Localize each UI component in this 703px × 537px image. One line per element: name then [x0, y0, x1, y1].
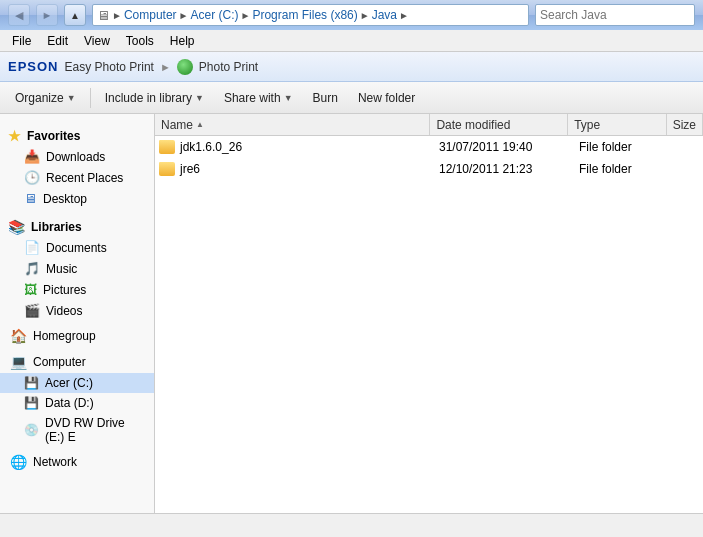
- burn-label: Burn: [313, 91, 338, 105]
- folder-icon-0: [159, 140, 175, 154]
- sidebar-item-music[interactable]: 🎵 Music: [0, 258, 154, 279]
- file-name-label-0: jdk1.6.0_26: [180, 140, 242, 154]
- col-header-size[interactable]: Size: [667, 114, 703, 135]
- sidebar-item-pictures[interactable]: 🖼 Pictures: [0, 279, 154, 300]
- epson-app1-label: Easy Photo Print: [65, 60, 154, 74]
- col-header-type[interactable]: Type: [568, 114, 666, 135]
- favorites-header: ★ Favorites: [0, 122, 154, 146]
- col-header-name[interactable]: Name ▲: [155, 114, 430, 135]
- include-in-library-label: Include in library: [105, 91, 192, 105]
- sidebar-item-desktop[interactable]: 🖥 Desktop: [0, 188, 154, 209]
- organize-button[interactable]: Organize ▼: [6, 86, 85, 110]
- sidebar-item-downloads[interactable]: 📥 Downloads: [0, 146, 154, 167]
- main-layout: ★ Favorites 📥 Downloads 🕒 Recent Places …: [0, 114, 703, 513]
- table-row[interactable]: jdk1.6.0_26 31/07/2011 19:40 File folder: [155, 136, 703, 158]
- col-date-label: Date modified: [436, 118, 510, 132]
- computer-icon: 💻: [10, 354, 27, 370]
- music-label: Music: [46, 262, 77, 276]
- sidebar-item-recent-places[interactable]: 🕒 Recent Places: [0, 167, 154, 188]
- sidebar-item-data-d[interactable]: 💾 Data (D:): [0, 393, 154, 413]
- pictures-label: Pictures: [43, 283, 86, 297]
- organize-chevron: ▼: [67, 93, 76, 103]
- address-bar[interactable]: 🖥 ► Computer ► Acer (C:) ► Program Files…: [92, 4, 529, 26]
- file-name-0: jdk1.6.0_26: [159, 140, 439, 154]
- address-sep-2: ►: [179, 10, 189, 21]
- favorites-section: ★ Favorites 📥 Downloads 🕒 Recent Places …: [0, 122, 154, 209]
- acer-c-icon: 💾: [24, 376, 39, 390]
- sidebar-item-videos[interactable]: 🎬 Videos: [0, 300, 154, 321]
- share-with-label: Share with: [224, 91, 281, 105]
- file-date-0: 31/07/2011 19:40: [439, 140, 579, 154]
- downloads-icon: 📥: [24, 149, 40, 164]
- epson-app2-label: Photo Print: [199, 60, 258, 74]
- include-chevron: ▼: [195, 93, 204, 103]
- dvd-e-label: DVD RW Drive (E:) E: [45, 416, 146, 444]
- sidebar: ★ Favorites 📥 Downloads 🕒 Recent Places …: [0, 114, 155, 513]
- pictures-icon: 🖼: [24, 282, 37, 297]
- burn-button[interactable]: Burn: [304, 86, 347, 110]
- table-row[interactable]: jre6 12/10/2011 21:23 File folder: [155, 158, 703, 180]
- sidebar-item-network[interactable]: 🌐 Network: [0, 451, 154, 473]
- sort-arrow: ▲: [196, 120, 204, 129]
- col-size-label: Size: [673, 118, 696, 132]
- file-name-1: jre6: [159, 162, 439, 176]
- sidebar-item-homegroup[interactable]: 🏠 Homegroup: [0, 325, 154, 347]
- new-folder-button[interactable]: New folder: [349, 86, 424, 110]
- sidebar-item-acer-c[interactable]: 💾 Acer (C:): [0, 373, 154, 393]
- search-input[interactable]: [535, 4, 695, 26]
- epson-separator: ►: [160, 61, 171, 73]
- sidebar-item-dvd-e[interactable]: 💿 DVD RW Drive (E:) E: [0, 413, 154, 447]
- col-header-date[interactable]: Date modified: [430, 114, 568, 135]
- data-d-label: Data (D:): [45, 396, 94, 410]
- videos-label: Videos: [46, 304, 82, 318]
- address-program-files[interactable]: Program Files (x86): [252, 8, 357, 22]
- videos-icon: 🎬: [24, 303, 40, 318]
- documents-label: Documents: [46, 241, 107, 255]
- address-sep-3: ►: [241, 10, 251, 21]
- organize-label: Organize: [15, 91, 64, 105]
- network-icon: 🌐: [10, 454, 27, 470]
- data-d-icon: 💾: [24, 396, 39, 410]
- libraries-header: 📚 Libraries: [0, 213, 154, 237]
- menu-bar: File Edit View Tools Help: [0, 30, 703, 52]
- back-button[interactable]: ◀: [8, 4, 30, 26]
- epson-app2[interactable]: Photo Print: [199, 60, 258, 74]
- music-icon: 🎵: [24, 261, 40, 276]
- include-in-library-button[interactable]: Include in library ▼: [96, 86, 213, 110]
- col-name-label: Name: [161, 118, 193, 132]
- file-type-0: File folder: [579, 140, 679, 154]
- epson-bar: EPSON Easy Photo Print ► Photo Print: [0, 52, 703, 82]
- epson-logo: EPSON: [8, 59, 59, 74]
- homegroup-section: 🏠 Homegroup: [0, 325, 154, 347]
- address-sep-5: ►: [399, 10, 409, 21]
- homegroup-label: Homegroup: [33, 329, 96, 343]
- address-java[interactable]: Java: [372, 8, 397, 22]
- up-button[interactable]: ▲: [64, 4, 86, 26]
- status-bar: [0, 513, 703, 537]
- libraries-section: 📚 Libraries 📄 Documents 🎵 Music 🖼 Pictur…: [0, 213, 154, 321]
- address-drive[interactable]: Acer (C:): [191, 8, 239, 22]
- sidebar-item-computer[interactable]: 💻 Computer: [0, 351, 154, 373]
- computer-label: Computer: [33, 355, 86, 369]
- share-chevron: ▼: [284, 93, 293, 103]
- acer-c-label: Acer (C:): [45, 376, 93, 390]
- favorites-label: Favorites: [27, 129, 80, 143]
- sidebar-item-documents[interactable]: 📄 Documents: [0, 237, 154, 258]
- file-list-header: Name ▲ Date modified Type Size: [155, 114, 703, 136]
- photo-print-icon: [177, 59, 193, 75]
- menu-view[interactable]: View: [76, 32, 118, 50]
- forward-button[interactable]: ►: [36, 4, 58, 26]
- new-folder-label: New folder: [358, 91, 415, 105]
- downloads-label: Downloads: [46, 150, 105, 164]
- menu-help[interactable]: Help: [162, 32, 203, 50]
- address-computer[interactable]: Computer: [124, 8, 177, 22]
- share-with-button[interactable]: Share with ▼: [215, 86, 302, 110]
- recent-places-icon: 🕒: [24, 170, 40, 185]
- network-section: 🌐 Network: [0, 451, 154, 473]
- epson-app1[interactable]: Easy Photo Print: [65, 60, 154, 74]
- menu-edit[interactable]: Edit: [39, 32, 76, 50]
- menu-tools[interactable]: Tools: [118, 32, 162, 50]
- menu-file[interactable]: File: [4, 32, 39, 50]
- desktop-icon: 🖥: [24, 191, 37, 206]
- homegroup-icon: 🏠: [10, 328, 27, 344]
